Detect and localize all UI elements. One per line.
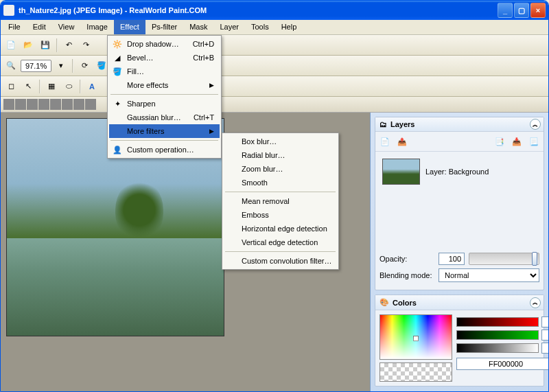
zoom-icon[interactable]: 🔍 bbox=[3, 58, 19, 73]
layer-add-icon[interactable]: 📄 bbox=[377, 134, 393, 149]
save-icon[interactable]: 💾 bbox=[38, 38, 53, 53]
undo-icon[interactable]: ↶ bbox=[61, 38, 76, 53]
maximize-button[interactable]: ▢ bbox=[514, 3, 529, 18]
swatch[interactable] bbox=[62, 99, 73, 110]
close-button[interactable]: × bbox=[530, 3, 546, 18]
menu-item[interactable]: Horizontal edge detection bbox=[224, 222, 337, 235]
opacity-label: Opacity: bbox=[379, 255, 434, 263]
layers-panel: 🗂 Layers ︽ 📄 📤 📑 📥 📃 Layer: Background bbox=[375, 117, 544, 290]
open-icon[interactable]: 📂 bbox=[21, 38, 36, 53]
g-slider[interactable] bbox=[456, 330, 539, 340]
menu-edit[interactable]: Edit bbox=[27, 20, 52, 34]
colors-panel: 🎨 Colors ︽ ▴ ▴ ▴ bbox=[375, 295, 544, 387]
menu-item[interactable]: ◢Bevel…Ctrl+B bbox=[109, 51, 220, 65]
g-input[interactable] bbox=[541, 330, 549, 341]
toolbar-2: 🔍 97.1% ▾ ⟳ 🪣 bbox=[1, 56, 548, 76]
menu-tools[interactable]: Tools bbox=[245, 20, 275, 34]
color-cursor[interactable] bbox=[413, 336, 419, 341]
menu-view[interactable]: View bbox=[52, 20, 81, 34]
layers-icon: 🗂 bbox=[379, 120, 387, 128]
menu-item[interactable]: Mean removal bbox=[224, 194, 337, 208]
blend-label: Blending mode: bbox=[379, 271, 434, 279]
colors-icon: 🎨 bbox=[379, 298, 389, 307]
menu-effect[interactable]: Effect bbox=[114, 20, 145, 34]
app-window: th_Nature2.jpg (JPEG Image) - RealWorld … bbox=[0, 0, 549, 392]
layers-title: Layers bbox=[390, 120, 414, 128]
zoom-value[interactable]: 97.1% bbox=[21, 60, 51, 72]
menu-item[interactable]: More effects▶ bbox=[109, 78, 220, 92]
collapse-icon[interactable]: ︽ bbox=[530, 119, 541, 130]
toolbar-1: 📄 📂 💾 ↶ ↷ bbox=[1, 35, 548, 56]
more-filters-submenu: Box blur…Radial blur…Zoom blur…SmoothMea… bbox=[222, 132, 339, 270]
swatch[interactable] bbox=[85, 99, 96, 110]
menu-help[interactable]: Help bbox=[275, 20, 303, 34]
titlebar: th_Nature2.jpg (JPEG Image) - RealWorld … bbox=[1, 1, 548, 20]
colors-title: Colors bbox=[393, 299, 417, 307]
menu-file[interactable]: File bbox=[2, 20, 27, 34]
pointer-icon[interactable]: ↖ bbox=[21, 79, 36, 94]
collapse-icon[interactable]: ︽ bbox=[530, 297, 541, 308]
swatch-bar bbox=[1, 97, 548, 113]
swatch[interactable] bbox=[3, 99, 14, 110]
r-input[interactable] bbox=[541, 316, 549, 327]
swatch[interactable] bbox=[50, 99, 61, 110]
select-ellipse-icon[interactable]: ⬭ bbox=[61, 79, 76, 94]
toolbar-3: ◻ ↖ ▦ ⬭ A ▾ ⌖ bbox=[1, 76, 548, 97]
menu-item[interactable]: Emboss bbox=[224, 208, 337, 222]
hex-input[interactable] bbox=[456, 358, 549, 370]
blend-mode-select[interactable]: Normal bbox=[439, 268, 539, 282]
menu-item[interactable]: Vertical edge detection bbox=[224, 235, 337, 249]
minimize-button[interactable]: _ bbox=[498, 3, 513, 18]
layer-export-icon[interactable]: 📤 bbox=[395, 134, 410, 149]
layer-name: Layer: Background bbox=[425, 168, 489, 176]
menu-item[interactable]: Radial blur… bbox=[224, 148, 337, 162]
menu-item[interactable]: 🔆Drop shadow…Ctrl+D bbox=[109, 37, 220, 51]
menu-item[interactable]: 🪣Fill… bbox=[109, 65, 220, 78]
opacity-slider[interactable] bbox=[469, 253, 539, 265]
swatch[interactable] bbox=[15, 99, 26, 110]
new-icon[interactable]: 📄 bbox=[3, 38, 19, 53]
color-field[interactable] bbox=[379, 314, 452, 360]
menu-item[interactable]: Gaussian blur…Ctrl+T bbox=[109, 111, 220, 124]
b-slider[interactable] bbox=[456, 343, 539, 353]
menu-item[interactable]: Smooth bbox=[224, 176, 337, 189]
refresh-icon[interactable]: ⟳ bbox=[77, 58, 92, 73]
b-input[interactable] bbox=[541, 343, 549, 354]
r-slider[interactable] bbox=[456, 317, 539, 327]
swatch[interactable] bbox=[38, 99, 49, 110]
menu-item[interactable]: Custom convolution filter… bbox=[224, 254, 337, 268]
menu-item[interactable]: Zoom blur… bbox=[224, 162, 337, 176]
effect-menu-dropdown: 🔆Drop shadow…Ctrl+D◢Bevel…Ctrl+B🪣Fill…Mo… bbox=[107, 35, 222, 159]
swatch[interactable] bbox=[27, 99, 38, 110]
marquee-icon[interactable]: ◻ bbox=[3, 79, 19, 94]
text-icon[interactable]: A bbox=[84, 79, 100, 94]
opacity-input[interactable] bbox=[439, 253, 465, 265]
layer-thumbnail bbox=[382, 159, 420, 185]
menu-layer[interactable]: Layer bbox=[213, 20, 245, 34]
menubar: FileEditViewImageEffectPs-filterMaskLaye… bbox=[1, 20, 548, 35]
app-icon bbox=[3, 5, 14, 16]
menu-item[interactable]: ✦Sharpen bbox=[109, 97, 220, 111]
menu-item[interactable]: Box blur… bbox=[224, 135, 337, 148]
menu-item[interactable]: 👤Custom operation… bbox=[109, 143, 220, 157]
swatch[interactable] bbox=[73, 99, 84, 110]
layer-del-icon[interactable]: 📃 bbox=[526, 134, 541, 149]
window-title: th_Nature2.jpg (JPEG Image) - RealWorld … bbox=[19, 6, 498, 14]
layer-dup-icon[interactable]: 📑 bbox=[492, 134, 507, 149]
menu-mask[interactable]: Mask bbox=[183, 20, 213, 34]
menu-item[interactable]: More filters▶ bbox=[109, 124, 220, 138]
alpha-field[interactable] bbox=[379, 362, 452, 382]
layer-merge-icon[interactable]: 📥 bbox=[509, 134, 524, 149]
select-rect-icon[interactable]: ▦ bbox=[44, 79, 59, 94]
menu-ps-filter[interactable]: Ps-filter bbox=[145, 20, 183, 34]
redo-icon[interactable]: ↷ bbox=[78, 38, 93, 53]
menu-image[interactable]: Image bbox=[80, 20, 114, 34]
zoom-dropdown-icon[interactable]: ▾ bbox=[54, 58, 69, 73]
layer-row[interactable]: Layer: Background bbox=[379, 156, 539, 187]
side-panel: 🗂 Layers ︽ 📄 📤 📑 📥 📃 Layer: Background bbox=[370, 113, 548, 392]
